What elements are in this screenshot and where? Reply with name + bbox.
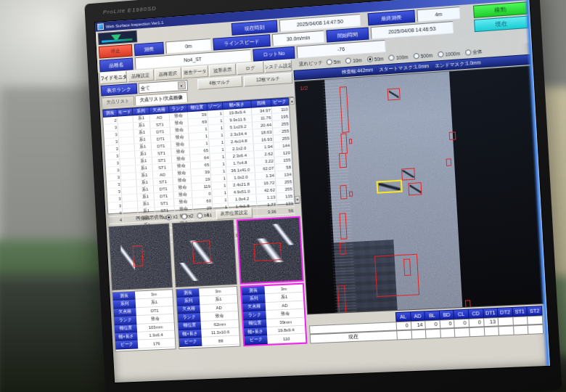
chevron-down-icon[interactable]: ▼ <box>177 81 185 90</box>
detail-table-1[interactable]: 測長3m系列系1欠点種DT1ランク致命幅位置103mm幅×長さ1.9x6.4ピー… <box>112 289 176 351</box>
page-indicator: 1/2 <box>300 84 308 91</box>
zoom-radio-x2[interactable]: x2 <box>181 213 194 219</box>
defect-streak <box>409 184 421 194</box>
counter-value-BD: 0 <box>439 319 455 329</box>
detail-value: 110 <box>267 334 305 344</box>
defect-box <box>374 254 419 298</box>
thumbnail-1[interactable] <box>108 223 173 290</box>
defect-box <box>387 88 401 101</box>
menu-button-6[interactable]: システム設定 <box>264 60 292 73</box>
detail-table-3[interactable]: 測長3m系列系1欠点種ADランク致命幅位置39mm幅×長さ19.8x9.4ピーク… <box>240 283 308 346</box>
detail-row: ピーク176 <box>115 339 176 350</box>
current-value-BD <box>440 328 456 338</box>
radio-label: 1000m <box>445 51 460 57</box>
scroll-up-icon[interactable]: ▲ <box>290 97 295 105</box>
pitch-radio-50m[interactable]: 50m <box>367 55 384 63</box>
defect-box <box>340 242 346 255</box>
multi4-button[interactable]: 4枚マルチ <box>197 76 242 90</box>
current-value-CD <box>469 327 485 337</box>
length-label: 測長 <box>134 42 164 57</box>
start-mask: スタートマスク:1.0mm <box>379 63 430 73</box>
current-value-CL <box>454 327 470 338</box>
current-value-BL <box>425 329 441 339</box>
monitor-brand-label: ProLite E1980SD <box>103 5 157 15</box>
menu-button-4[interactable]: 波形表示 <box>209 63 237 76</box>
final-length-value: 4m <box>417 7 460 22</box>
right-panel: 流れピッチ 5m10m50m100m500m1000m全体 検査幅:442mm … <box>293 43 546 343</box>
radio-label: 10m <box>353 57 362 63</box>
counter-header-DT2: DT2 <box>497 307 513 317</box>
rank-label: 表示ランク <box>101 83 138 97</box>
left-panel: ワイドモニタ品種設定品種選択過去データ波形表示ログシステム設定 表示ランク 全て… <box>100 60 308 351</box>
display-position-button[interactable]: 表示位置設定 <box>216 208 253 220</box>
radio-label: x1 <box>173 214 178 219</box>
pitch-radio-100m[interactable]: 100m <box>388 53 408 61</box>
radio-label: 500m <box>420 52 432 58</box>
radio-icon <box>181 213 187 219</box>
current-value-DT2 <box>498 326 514 336</box>
counter-value-ST1 <box>512 316 528 326</box>
current-value-ST2 <box>528 324 544 335</box>
radio-icon <box>197 213 202 219</box>
counter-header-AL: AL <box>395 311 411 322</box>
menu-button-5[interactable]: ログ <box>237 62 264 75</box>
counter-value-AD: 14 <box>410 320 426 330</box>
photo-of-monitor: ProLite E1980SD Web Surface Inspection V… <box>0 0 566 392</box>
thumbnail-3-selected[interactable] <box>237 216 304 285</box>
detail-table-2[interactable]: 測長3m系列系1欠点種ADランク致命幅位置62mm幅×長さ11.3x10.6ピー… <box>176 286 241 349</box>
counter-header-ST1: ST1 <box>512 306 528 317</box>
detail-label: ピーク <box>245 335 268 345</box>
selected-defect-box <box>376 180 403 194</box>
pitch-radio-1000m[interactable]: 1000m <box>438 50 460 58</box>
radio-label: 全体 <box>472 48 483 55</box>
detail-label: ピーク <box>179 338 202 347</box>
defect-table-wrap: 測長モード系列欠点種ランク幅位置ゾーン幅×長さ面積ピーク 2系1AD致命3911… <box>102 97 299 214</box>
stop-button[interactable]: 停止 <box>99 44 133 59</box>
multi12-button[interactable]: 12枚マルチ <box>244 73 293 86</box>
inspection-image-view[interactable]: 1/2 <box>294 65 544 315</box>
current-value-AL <box>396 330 412 340</box>
defect-streak <box>403 170 414 179</box>
counter-header-ST2: ST2 <box>527 306 543 316</box>
counter-header-BL: BL <box>424 311 440 321</box>
detail-value: 88 <box>202 336 239 346</box>
radio-icon <box>367 56 374 62</box>
counter-header-AD: AD <box>410 311 426 322</box>
defect-box <box>349 192 353 197</box>
defect-streak <box>379 182 401 191</box>
thumbnail-2[interactable] <box>172 220 237 287</box>
current-value-ST1 <box>513 325 529 335</box>
menu-button-1[interactable]: 品種設定 <box>127 69 154 82</box>
defect-box <box>340 213 348 239</box>
radio-icon <box>413 53 419 60</box>
start-time-label: 開始時間 <box>326 27 369 42</box>
menu-button-2[interactable]: 品種選択 <box>154 68 181 81</box>
radio-icon <box>465 49 472 56</box>
current-value-AD <box>411 330 427 340</box>
radio-label: x4 <box>204 213 209 218</box>
scroll-down-icon[interactable]: ▼ <box>295 196 300 203</box>
tab-0[interactable]: 欠点リスト <box>102 96 135 108</box>
counter-value-AL: 0 <box>396 321 412 331</box>
defect-box <box>448 131 456 140</box>
defect-streak <box>388 89 398 99</box>
inspection-app-window: Web Surface Inspection Ver1.1 現在時刻 2025/… <box>94 0 551 383</box>
defect-thumbnails <box>108 216 303 291</box>
counter-value-DT1: 13 <box>483 317 499 327</box>
menu-button-3[interactable]: 過去データ <box>181 65 209 78</box>
menu-button-0[interactable]: ワイドモニタ <box>100 71 127 84</box>
defect-box <box>446 159 451 166</box>
zoom-radio-x1[interactable]: x1 <box>166 213 179 220</box>
column-header: ゾーン <box>207 102 223 110</box>
counter-header-BD: BD <box>439 310 455 320</box>
pitch-radio-全体[interactable]: 全体 <box>465 48 483 56</box>
end-mask: エンドマスク:1.0mm <box>435 60 481 69</box>
defect-box <box>403 259 411 276</box>
pitch-radio-5m[interactable]: 5m <box>327 58 341 65</box>
pitch-radio-500m[interactable]: 500m <box>413 52 432 60</box>
zoom-radio-x4[interactable]: x4 <box>197 212 209 219</box>
pitch-label: 流れピッチ <box>299 60 323 68</box>
pitch-radio-10m[interactable]: 10m <box>345 57 362 65</box>
counter-value-ST2 <box>527 315 543 325</box>
detail-label: ピーク <box>115 340 139 350</box>
